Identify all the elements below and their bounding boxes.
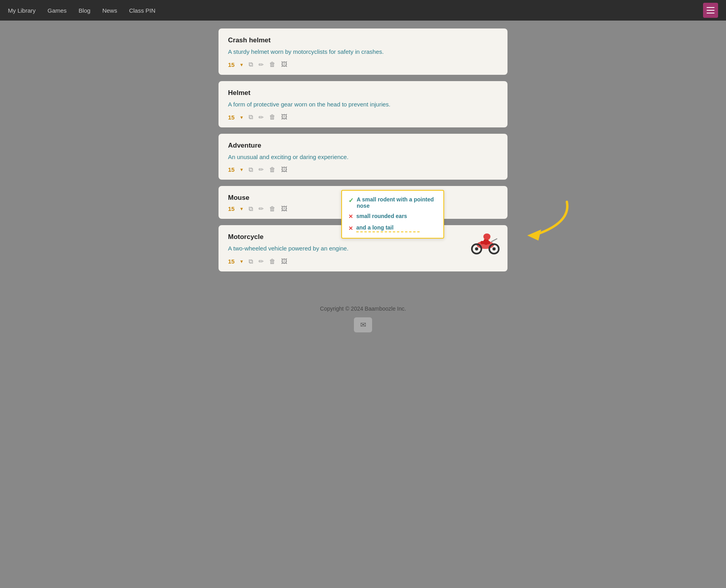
motorcycle-image: [469, 230, 501, 256]
card-motorcycle-definition: A two-wheeled vehicle powered by an engi…: [228, 244, 498, 253]
nav-blog[interactable]: Blog: [78, 7, 90, 14]
copy-icon[interactable]: ⧉: [249, 166, 253, 173]
card-mouse-dropdown[interactable]: ▾: [240, 206, 243, 212]
image-icon[interactable]: 🖼: [281, 61, 287, 68]
hamburger-menu-button[interactable]: [703, 3, 718, 18]
x-icon-2: ✕: [348, 213, 353, 220]
card-crash-helmet-title: Crash helmet: [228, 36, 498, 44]
image-icon[interactable]: 🖼: [281, 114, 287, 121]
navbar: My Library Games Blog News Class PIN: [0, 0, 726, 21]
delete-icon[interactable]: 🗑: [269, 114, 276, 121]
card-mouse-points: 15: [228, 205, 235, 212]
edit-icon[interactable]: ✏: [258, 61, 264, 68]
card-crash-helmet-definition: A sturdy helmet worn by motorcyclists fo…: [228, 47, 498, 56]
card-adventure: Adventure An unusual and exciting or dar…: [219, 134, 507, 180]
svg-line-10: [491, 239, 497, 242]
tooltip-input-field[interactable]: [356, 224, 420, 232]
copy-icon[interactable]: ⧉: [249, 114, 253, 121]
email-icon: ✉: [360, 321, 366, 329]
card-adventure-points: 15: [228, 166, 235, 173]
edit-icon[interactable]: ✏: [258, 166, 264, 173]
card-adventure-footer: 15 ▾ ⧉ ✏ 🗑 🖼: [228, 166, 498, 173]
check-icon: ✓: [348, 197, 353, 204]
card-motorcycle-points: 15: [228, 258, 235, 265]
card-helmet: Helmet A form of protective gear worn on…: [219, 81, 507, 127]
card-adventure-definition: An unusual and exciting or daring experi…: [228, 153, 498, 161]
image-icon[interactable]: 🖼: [281, 258, 287, 265]
menu-line-1: [707, 7, 715, 8]
copy-icon[interactable]: ⧉: [249, 205, 253, 212]
svg-point-5: [475, 247, 478, 250]
card-motorcycle-footer: 15 ▾ ⧉ ✏ 🗑 🖼: [228, 258, 498, 265]
nav-class-pin[interactable]: Class PIN: [129, 7, 156, 14]
card-mouse: Mouse ✓ A small rodent with a pointed no…: [219, 186, 507, 219]
card-helmet-title: Helmet: [228, 89, 498, 97]
copy-icon[interactable]: ⧉: [249, 61, 253, 68]
delete-icon[interactable]: 🗑: [269, 61, 276, 68]
footer-email-section: ✉: [0, 317, 726, 332]
card-motorcycle-dropdown[interactable]: ▾: [240, 258, 243, 264]
card-crash-helmet-footer: 15 ▾ ⧉ ✏ 🗑 🖼: [228, 61, 498, 68]
nav-games[interactable]: Games: [48, 7, 67, 14]
copy-icon[interactable]: ⧉: [249, 258, 253, 265]
tooltip-row-3: ✕: [348, 224, 437, 232]
delete-icon[interactable]: 🗑: [269, 258, 276, 265]
nav-my-library[interactable]: My Library: [8, 7, 36, 14]
menu-line-2: [707, 10, 715, 11]
arrow-annotation: [504, 198, 575, 245]
delete-icon[interactable]: 🗑: [269, 205, 276, 212]
email-button[interactable]: ✉: [354, 317, 372, 332]
card-adventure-title: Adventure: [228, 142, 498, 150]
card-helmet-definition: A form of protective gear worn on the he…: [228, 100, 498, 109]
svg-point-9: [483, 233, 490, 240]
mouse-tooltip-popup: ✓ A small rodent with a pointed nose ✕ s…: [341, 190, 444, 239]
image-icon[interactable]: 🖼: [281, 205, 287, 212]
card-helmet-dropdown[interactable]: ▾: [240, 114, 243, 120]
svg-marker-0: [527, 230, 541, 241]
image-icon[interactable]: 🖼: [281, 166, 287, 173]
menu-line-3: [707, 13, 715, 13]
tooltip-row-2: ✕ small rounded ears: [348, 213, 437, 220]
main-content: Crash helmet A sturdy helmet worn by mot…: [215, 21, 511, 294]
copyright-text: Copyright © 2024 Baamboozle Inc.: [320, 305, 406, 312]
card-helmet-points: 15: [228, 114, 235, 121]
edit-icon[interactable]: ✏: [258, 114, 264, 121]
tooltip-text-1: A small rodent with a pointed nose: [357, 196, 437, 209]
card-crash-helmet: Crash helmet A sturdy helmet worn by mot…: [219, 28, 507, 75]
edit-icon[interactable]: ✏: [258, 205, 264, 212]
tooltip-text-2: small rounded ears: [356, 213, 407, 219]
card-adventure-dropdown[interactable]: ▾: [240, 167, 243, 173]
edit-icon[interactable]: ✏: [258, 258, 264, 265]
card-crash-helmet-points: 15: [228, 61, 235, 68]
x-icon-3: ✕: [348, 225, 353, 231]
card-crash-helmet-dropdown[interactable]: ▾: [240, 62, 243, 68]
tooltip-row-1: ✓ A small rodent with a pointed nose: [348, 196, 437, 209]
svg-point-6: [492, 247, 496, 250]
page-footer: Copyright © 2024 Baamboozle Inc. ✉: [0, 294, 726, 340]
delete-icon[interactable]: 🗑: [269, 166, 276, 173]
card-helmet-footer: 15 ▾ ⧉ ✏ 🗑 🖼: [228, 114, 498, 121]
nav-news[interactable]: News: [102, 7, 117, 14]
